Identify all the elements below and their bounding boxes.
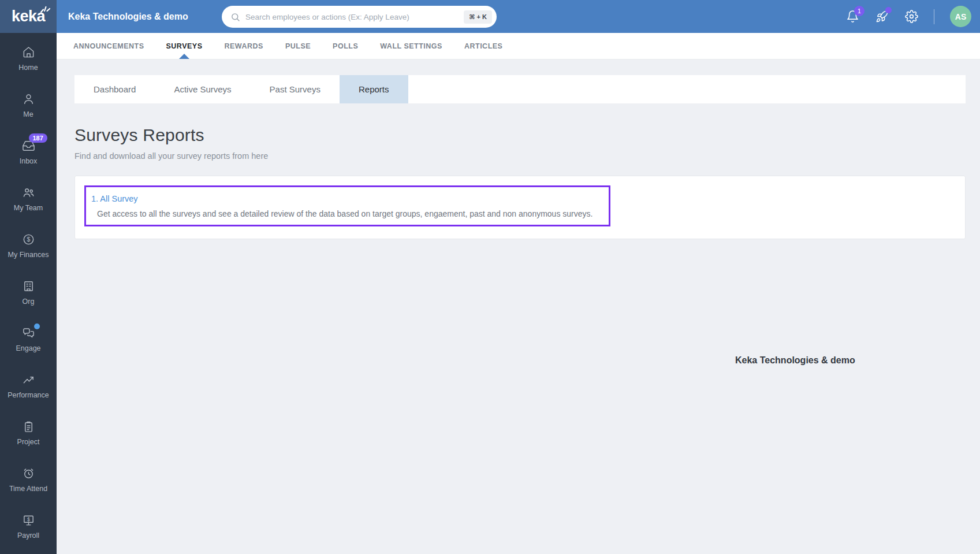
sidebar-item-payroll[interactable]: $ Payroll bbox=[0, 503, 57, 550]
building-icon bbox=[22, 280, 35, 293]
main-content: Dashboard Active Surveys Past Surveys Re… bbox=[57, 60, 980, 554]
sidebar-item-inbox[interactable]: 187 Inbox bbox=[0, 129, 57, 176]
nav-item-polls[interactable]: POLLS bbox=[333, 33, 358, 59]
all-survey-report-link[interactable]: 1. All Survey bbox=[91, 194, 138, 203]
svg-text:$: $ bbox=[27, 516, 30, 522]
sidebar-label: Me bbox=[23, 110, 33, 118]
sidebar-item-time-attend[interactable]: Time Attend bbox=[0, 456, 57, 503]
sidebar-item-engage[interactable]: Engage bbox=[0, 316, 57, 363]
search-icon bbox=[230, 12, 240, 22]
global-search[interactable]: ⌘ + K bbox=[222, 6, 497, 28]
logo-sparks-icon bbox=[40, 5, 51, 16]
trend-up-icon bbox=[22, 373, 35, 386]
company-name: Keka Technologies & demo bbox=[68, 12, 188, 22]
engage-dot-badge bbox=[34, 324, 40, 329]
sidebar-label: Performance bbox=[8, 391, 49, 399]
sidebar-label: My Finances bbox=[8, 251, 49, 259]
notification-count-badge: 1 bbox=[854, 6, 865, 16]
inbox-count-badge: 187 bbox=[29, 133, 47, 143]
nav-item-articles[interactable]: ARTICLES bbox=[464, 33, 503, 59]
gear-icon bbox=[905, 10, 918, 23]
sidebar-label: Time Attend bbox=[9, 485, 47, 493]
home-icon bbox=[22, 46, 35, 59]
header-actions: 1 AS bbox=[845, 6, 980, 27]
reports-card: 1. All Survey Get access to all the surv… bbox=[74, 176, 966, 239]
chat-bubbles-icon bbox=[22, 326, 35, 340]
notifications-button[interactable]: 1 bbox=[845, 10, 859, 24]
module-nav: ANNOUNCEMENTS SURVEYS REWARDS PULSE POLL… bbox=[57, 33, 980, 60]
search-shortcut-badge: ⌘ + K bbox=[464, 10, 492, 24]
company-watermark: Keka Technologies & demo bbox=[735, 355, 855, 366]
clipboard-icon bbox=[22, 420, 35, 433]
search-input[interactable] bbox=[245, 13, 464, 21]
tab-reports[interactable]: Reports bbox=[340, 75, 408, 103]
tab-past-surveys[interactable]: Past Surveys bbox=[251, 75, 340, 103]
sidebar-label: Engage bbox=[16, 344, 40, 352]
sidebar-item-my-team[interactable]: My Team bbox=[0, 176, 57, 222]
sidebar-label: Home bbox=[18, 64, 38, 72]
alarm-clock-icon bbox=[22, 467, 35, 480]
nav-item-wall-settings[interactable]: WALL SETTINGS bbox=[380, 33, 442, 59]
whats-new-button[interactable] bbox=[875, 10, 889, 24]
sidebar-item-project[interactable]: Project bbox=[0, 410, 57, 456]
settings-button[interactable] bbox=[904, 10, 918, 24]
tutorial-highlight-box: 1. All Survey Get access to all the surv… bbox=[84, 185, 610, 226]
monitor-dollar-icon: $ bbox=[22, 514, 35, 527]
sidebar-item-org[interactable]: Org bbox=[0, 269, 57, 316]
page-subtitle: Find and download all your survey report… bbox=[74, 151, 980, 161]
keka-logo[interactable]: keka bbox=[0, 0, 57, 33]
team-icon bbox=[22, 186, 35, 199]
sidebar-label: Inbox bbox=[20, 157, 38, 165]
surveys-tabs: Dashboard Active Surveys Past Surveys Re… bbox=[74, 75, 966, 103]
page-title: Surveys Reports bbox=[74, 125, 980, 145]
top-header: keka Keka Technologies & demo ⌘ + K 1 bbox=[0, 0, 980, 33]
sidebar-item-me[interactable]: Me bbox=[0, 82, 57, 129]
nav-item-rewards[interactable]: REWARDS bbox=[225, 33, 263, 59]
sidebar-label: Project bbox=[17, 438, 40, 446]
sidebar-item-performance[interactable]: Performance bbox=[0, 363, 57, 410]
sidebar-label: Payroll bbox=[17, 531, 39, 540]
sidebar-item-home[interactable]: Home bbox=[0, 35, 57, 82]
user-icon bbox=[22, 92, 35, 106]
nav-item-surveys[interactable]: SURVEYS bbox=[166, 33, 202, 59]
tab-dashboard[interactable]: Dashboard bbox=[74, 75, 155, 103]
svg-text:$: $ bbox=[27, 236, 30, 243]
nav-item-announcements[interactable]: ANNOUNCEMENTS bbox=[73, 33, 144, 59]
user-avatar[interactable]: AS bbox=[950, 6, 971, 27]
nav-item-pulse[interactable]: PULSE bbox=[285, 33, 311, 59]
sidebar: Home Me 187 Inbox My Team bbox=[0, 33, 57, 554]
dollar-circle-icon: $ bbox=[22, 233, 35, 246]
page-header: Surveys Reports Find and download all yo… bbox=[74, 125, 980, 161]
whats-new-dot-badge bbox=[885, 7, 892, 13]
tab-active-surveys[interactable]: Active Surveys bbox=[155, 75, 250, 103]
all-survey-report-description: Get access to all the surveys and see a … bbox=[97, 209, 609, 218]
sidebar-label: Org bbox=[23, 298, 35, 306]
sidebar-item-my-finances[interactable]: $ My Finances bbox=[0, 222, 57, 269]
header-divider bbox=[934, 9, 934, 24]
sidebar-label: My Team bbox=[14, 204, 43, 212]
